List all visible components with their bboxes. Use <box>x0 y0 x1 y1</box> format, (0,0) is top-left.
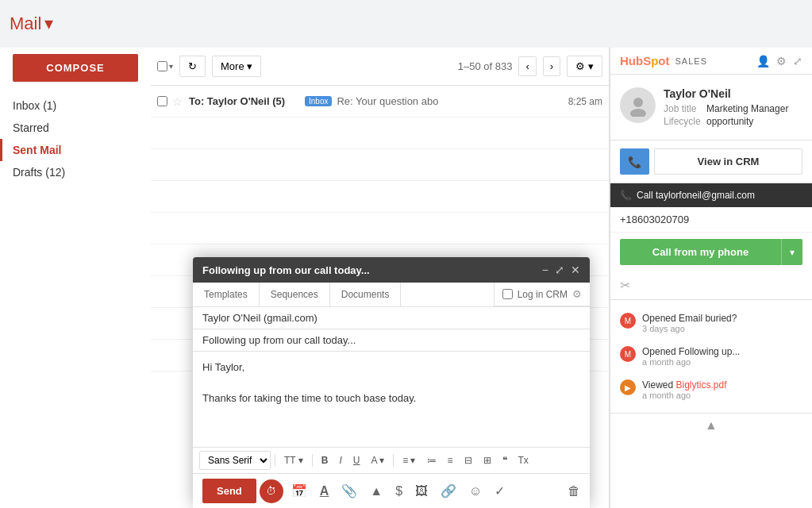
font-family-select[interactable]: Sans Serif <box>199 451 271 470</box>
drive-button[interactable]: ▲ <box>365 479 387 503</box>
select-all-checkbox[interactable] <box>157 61 167 71</box>
compose-modal-overlay: Following up from our call today... − ⤢ … <box>193 257 590 508</box>
hubspot-header-icons: 👤 ⚙ ⤢ <box>756 55 802 67</box>
align-button[interactable]: ≡ ▾ <box>398 452 420 468</box>
call-from-dropdown-button[interactable]: ▾ <box>781 239 802 265</box>
select-all-wrapper[interactable]: ▾ <box>157 61 173 71</box>
italic-button[interactable]: I <box>334 452 346 468</box>
compose-minimize-button[interactable]: − <box>542 264 548 276</box>
send-button[interactable]: Send <box>202 479 256 503</box>
sidebar-item-inbox[interactable]: Inbox (1) <box>0 94 151 117</box>
hubspot-settings-button[interactable]: ⚙ <box>776 55 787 67</box>
call-section: 📞 Call taylorfoneil@gmail.com +186030207… <box>610 183 812 300</box>
hubspot-expand-button[interactable]: ⤢ <box>793 55 802 67</box>
hubspot-person-button[interactable]: 👤 <box>756 55 770 67</box>
separator <box>393 454 394 467</box>
table-row[interactable]: ☆ To: Taylor O'Neil (5) Inbox Re: Your q… <box>151 86 609 117</box>
emoji-button[interactable]: ☺ <box>464 479 487 503</box>
call-from-button[interactable]: Call from my phone <box>620 239 781 265</box>
table-row[interactable] <box>151 213 609 244</box>
gear-icon[interactable]: ⚙ <box>572 288 582 300</box>
activity-link[interactable]: Biglytics.pdf <box>675 379 726 391</box>
text-size-button[interactable]: TT ▾ <box>279 452 308 468</box>
text-button[interactable]: A <box>315 479 334 503</box>
table-row[interactable] <box>151 117 609 149</box>
quote-button[interactable]: ❝ <box>498 452 512 468</box>
call-email-bar: 📞 Call taylorfoneil@gmail.com <box>610 183 812 207</box>
job-title-label: Job title <box>664 103 703 114</box>
mail-title[interactable]: Mail ▾ <box>10 13 53 34</box>
job-title-value: Marketing Manager <box>706 103 788 114</box>
call-from-wrapper: Call from my phone ▾ <box>620 239 802 265</box>
compose-button[interactable]: COMPOSE <box>13 54 138 82</box>
view-crm-button[interactable]: View in CRM <box>654 148 802 175</box>
attach-button[interactable]: 📎 <box>337 479 362 503</box>
sidebar-item-sent[interactable]: Sent Mail <box>0 139 151 161</box>
schedule-button[interactable]: ⏱ <box>260 479 283 503</box>
scroll-up-button[interactable]: ▲ <box>705 418 718 433</box>
refresh-button[interactable]: ↻ <box>179 56 206 77</box>
unordered-list-button[interactable]: ≡ <box>443 452 458 468</box>
activity-title: Viewed Biglytics.pdf <box>642 379 802 391</box>
activity-item: M Opened Email buried? 3 days ago <box>610 306 812 340</box>
compose-header[interactable]: Following up from our call today... − ⤢ … <box>193 257 590 283</box>
sidebar-item-starred[interactable]: Starred <box>0 117 151 139</box>
clear-format-button[interactable]: Tx <box>514 452 533 468</box>
activity-dot-red: M <box>620 346 636 362</box>
ordered-list-button[interactable]: ≔ <box>422 452 441 468</box>
email-subject: Re: Your question abo <box>337 95 561 107</box>
svg-point-1 <box>630 109 646 117</box>
hubspot-action-button[interactable]: ✓ <box>490 479 510 503</box>
calendar-button[interactable]: 📅 <box>287 479 312 503</box>
dollar-button[interactable]: $ <box>391 479 407 503</box>
font-color-button[interactable]: A ▾ <box>366 452 389 468</box>
tab-sequences[interactable]: Sequences <box>260 283 330 306</box>
row-checkbox[interactable] <box>157 96 167 106</box>
hubspot-header: HubSpot SALES 👤 ⚙ ⤢ <box>610 48 812 75</box>
compose-header-icons: − ⤢ ✕ <box>542 264 580 276</box>
compose-close-button[interactable]: ✕ <box>571 264 580 276</box>
lifecycle-label: Lifecycle <box>664 116 703 127</box>
settings-button[interactable]: ⚙ ▾ <box>567 56 602 77</box>
call-icon: 📞 <box>620 190 632 201</box>
image-button[interactable]: 🖼 <box>410 479 433 503</box>
avatar <box>620 87 656 123</box>
more-button[interactable]: More ▾ <box>212 56 261 77</box>
underline-button[interactable]: U <box>348 452 365 468</box>
pagination: 1–50 of 833 ‹ › ⚙ ▾ <box>458 56 602 77</box>
hubspot-panel: HubSpot SALES 👤 ⚙ ⤢ Taylor O'Neil <box>610 48 812 508</box>
crm-section: 📞 View in CRM <box>610 140 812 183</box>
format-toolbar: Sans Serif TT ▾ B I U A ▾ ≡ ▾ ≔ ≡ ⊟ ⊞ ❝ … <box>193 447 590 473</box>
hubspot-logo-text: HubSpot <box>620 54 670 67</box>
star-icon[interactable]: ☆ <box>172 95 183 108</box>
activity-item: ▶ Viewed Biglytics.pdf a month ago <box>610 373 812 406</box>
outdent-button[interactable]: ⊞ <box>479 452 496 468</box>
tools-section: ✂ <box>610 271 812 299</box>
delete-button[interactable]: 🗑 <box>568 484 580 498</box>
log-in-crm-checkbox[interactable] <box>502 289 513 299</box>
select-all-caret-icon[interactable]: ▾ <box>169 62 173 71</box>
email-toolbar: ▾ ↻ More ▾ 1–50 of 833 ‹ › ⚙ ▾ <box>151 48 609 86</box>
job-title-row: Job title Marketing Manager <box>664 103 802 114</box>
scroll-up-section: ▲ <box>610 413 812 437</box>
compose-subject-field[interactable]: Following up from our call today... <box>193 329 590 352</box>
compose-header-title: Following up from our call today... <box>202 264 370 276</box>
tab-documents[interactable]: Documents <box>330 283 402 306</box>
phone-button[interactable]: 📞 <box>620 148 649 175</box>
sidebar-item-drafts[interactable]: Drafts (12) <box>0 161 151 183</box>
next-page-button[interactable]: › <box>543 56 560 76</box>
compose-body[interactable]: Hi Taylor, Thanks for taking the time to… <box>193 352 590 447</box>
dropdown-caret-icon: ▾ <box>790 247 795 258</box>
table-row[interactable] <box>151 181 609 213</box>
link-button[interactable]: 🔗 <box>436 479 461 503</box>
indent-button[interactable]: ⊟ <box>460 452 477 468</box>
prev-page-button[interactable]: ‹ <box>518 56 536 76</box>
email-badge: Inbox <box>305 96 332 106</box>
activity-title: Opened Following up... <box>642 346 802 357</box>
table-row[interactable] <box>151 149 609 181</box>
tab-templates[interactable]: Templates <box>193 283 260 306</box>
bold-button[interactable]: B <box>317 452 333 468</box>
contact-meta: Job title Marketing Manager Lifecycle op… <box>664 103 802 127</box>
compose-expand-button[interactable]: ⤢ <box>555 264 564 276</box>
compose-body-line1: Hi Taylor, <box>202 360 580 375</box>
